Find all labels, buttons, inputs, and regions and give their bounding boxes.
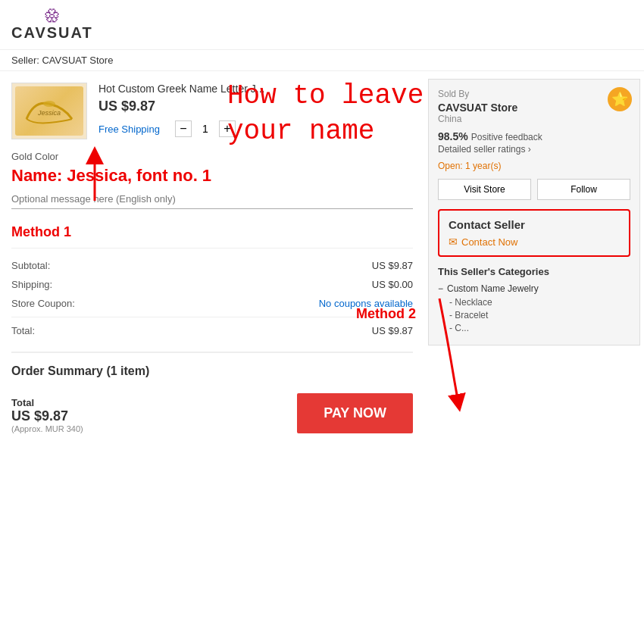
total-final-label: Total — [11, 397, 83, 408]
contact-seller-section: Contact Seller ✉ Contact Now — [438, 209, 630, 257]
open-label: Open: — [438, 161, 463, 171]
qty-value: 1 — [198, 123, 213, 135]
totals-section: Subtotal: US $9.87 Shipping: US $0.00 St… — [11, 248, 413, 340]
total-final-price: US $9.87 — [11, 408, 83, 424]
qty-control: − 1 + — [175, 120, 236, 137]
shipping-label: Shipping: — [11, 279, 52, 290]
sold-by-label: Sold By — [438, 89, 630, 99]
logo-icon: 🏵 — [44, 8, 61, 24]
svg-text:Jessica: Jessica — [37, 109, 61, 117]
total-label: Total: — [11, 325, 35, 336]
follow-button[interactable]: Follow — [537, 179, 630, 200]
instruction-heading: How to leave your name — [227, 79, 424, 150]
seller-badge: ⭐ — [608, 87, 632, 111]
shipping-value: US $0.00 — [372, 279, 413, 290]
coupon-row: Store Coupon: No coupons available — [11, 294, 413, 313]
coupon-label: Store Coupon: — [11, 298, 75, 309]
feedback-row: 98.5% Positive feedback — [438, 130, 630, 142]
logo: 🏵 CAVSUAT — [11, 8, 93, 42]
open-duration: 1 year(s) — [465, 161, 501, 171]
mail-icon: ✉ — [449, 236, 458, 248]
main-container: How to leave your name Jessica Hot Custo… — [0, 71, 644, 445]
product-image-inner: Jessica — [15, 86, 83, 136]
free-shipping: Free Shipping — [98, 123, 160, 135]
total-row: Total: US $9.87 — [11, 321, 413, 340]
svg-point-1 — [43, 101, 55, 107]
arrow-method1-svg — [72, 144, 117, 205]
contact-now-button[interactable]: ✉ Contact Now — [449, 236, 620, 248]
left-panel: How to leave your name Jessica Hot Custo… — [0, 71, 424, 445]
right-panel: Method 2 ⭐ Sold By CAVSUAT Store China 9… — [424, 71, 644, 445]
contact-seller-title: Contact Seller — [449, 218, 620, 231]
arrow-method2-svg — [379, 291, 470, 412]
shipping-row: Shipping: US $0.00 — [11, 275, 413, 294]
total-final-section: Total US $9.87 (Approx. MUR 340) — [11, 397, 83, 433]
pay-row: Total US $9.87 (Approx. MUR 340) PAY NOW — [11, 393, 413, 433]
open-since: Open: 1 year(s) — [438, 161, 630, 171]
subtotal-row: Subtotal: US $9.87 — [11, 256, 413, 275]
categories-title: This Seller's Categories — [438, 266, 630, 277]
contact-now-label: Contact Now — [461, 236, 517, 248]
qty-decrease-button[interactable]: − — [175, 120, 192, 137]
header: 🏵 CAVSUAT — [0, 0, 644, 50]
seller-label-text: Seller: CAVSUAT Store — [11, 55, 113, 66]
order-summary-title: Order Summary (1 item) — [11, 364, 413, 378]
feedback-label: Positive feedback — [471, 132, 542, 142]
store-country: China — [438, 114, 630, 124]
subtotal-value: US $9.87 — [372, 260, 413, 271]
visit-store-button[interactable]: Visit Store — [438, 179, 531, 200]
logo-text: CAVSUAT — [11, 24, 93, 42]
divider — [11, 317, 413, 317]
bracelet-svg: Jessica — [19, 92, 80, 130]
method1-label: Method 1 — [11, 224, 413, 240]
feedback-pct: 98.5% — [438, 130, 468, 142]
subtotal-label: Subtotal: — [11, 260, 50, 271]
product-image: Jessica — [11, 83, 87, 139]
store-name: CAVSUAT Store — [438, 102, 630, 114]
store-actions: Visit Store Follow — [438, 179, 630, 200]
order-summary: Order Summary (1 item) Total US $9.87 (A… — [11, 352, 413, 433]
seller-line: Seller: CAVSUAT Store — [0, 50, 644, 71]
message-input-area — [11, 189, 413, 209]
ratings-link[interactable]: Detailed seller ratings — [438, 144, 630, 155]
approx-price: (Approx. MUR 340) — [11, 424, 83, 433]
